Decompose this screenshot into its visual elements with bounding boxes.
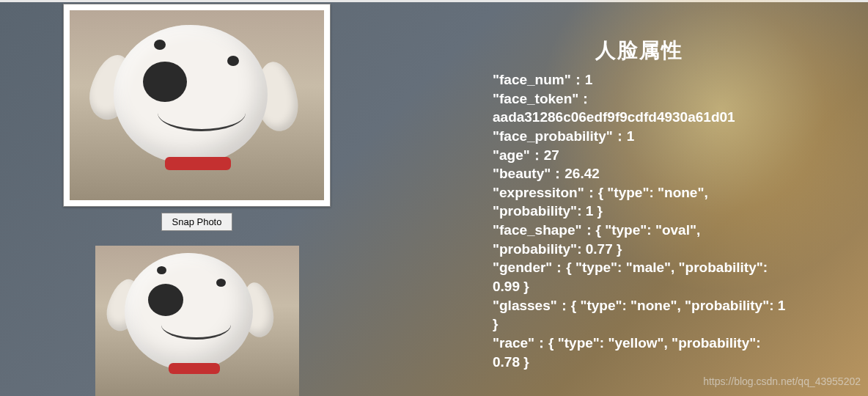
- attr-line: "face_token"：: [493, 89, 786, 109]
- plush-eye-icon: [227, 56, 239, 66]
- plush-eye-icon: [157, 266, 166, 274]
- plush-smile-icon: [161, 310, 231, 340]
- captured-photo: [95, 246, 299, 396]
- plush-eye-icon: [216, 279, 226, 287]
- camera-preview: [70, 10, 324, 200]
- plush-collar-icon: [169, 363, 220, 374]
- plush-eye-icon: [154, 40, 166, 50]
- plush-smile-icon: [158, 95, 246, 131]
- attr-line: "expressiton"：{ "type": "none", "probabi…: [493, 183, 786, 221]
- attr-line: "age"：27: [493, 146, 786, 165]
- watermark: https://blog.csdn.net/qq_43955202: [703, 375, 861, 387]
- attributes-title: 人脸属性: [493, 37, 786, 65]
- camera-preview-frame: [63, 4, 331, 207]
- top-bar: [0, 0, 868, 2]
- left-column: Snap Photo: [63, 4, 331, 396]
- attr-line: "race"：{ "type": "yellow", "probability"…: [493, 334, 786, 371]
- attr-line: aada31286c06edf9f9cdfd4930a61d01: [493, 108, 786, 127]
- attr-line: "beauty"：26.42: [493, 164, 786, 183]
- plush-collar-icon: [165, 157, 231, 170]
- snap-photo-button[interactable]: Snap Photo: [161, 213, 233, 231]
- attr-line: "gender"：{ "type": "male", "probability"…: [493, 258, 786, 296]
- snap-button-wrap: Snap Photo: [63, 213, 331, 231]
- attributes-panel: 人脸属性 "face_num"：1 "face_token"： aada3128…: [493, 37, 786, 371]
- attr-line: "face_probability"：1: [493, 127, 786, 146]
- attr-line: "face_num"：1: [493, 70, 786, 89]
- attr-line: "face_shape"：{ "type": "oval", "probabil…: [493, 221, 786, 258]
- attr-line: "glasses"：{ "type": "none", "probability…: [493, 296, 786, 334]
